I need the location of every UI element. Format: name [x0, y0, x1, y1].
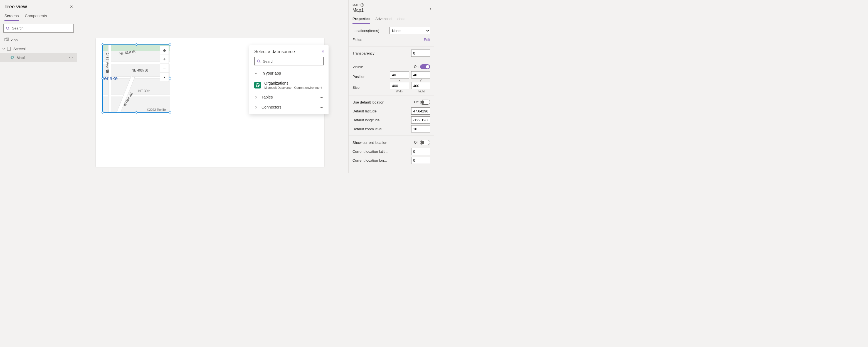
svg-rect-4 [7, 47, 10, 51]
close-icon[interactable]: ✕ [321, 49, 325, 54]
visible-toggle[interactable] [420, 64, 430, 69]
map-control[interactable]: NE 51st St 148th Ave NE NE 40th St verla… [102, 44, 170, 113]
current-location-toggle[interactable] [420, 140, 430, 145]
tree-item-map1[interactable]: Map1 ⋯ [0, 53, 77, 62]
zoom-out-button[interactable]: − [160, 64, 168, 73]
help-icon[interactable]: ? [361, 3, 364, 7]
section-in-your-app[interactable]: In your app [249, 68, 329, 78]
default-longitude-input[interactable] [411, 116, 430, 124]
prop-label-default-zoom: Default zoom level [352, 127, 382, 131]
tree-search-box[interactable] [3, 24, 74, 33]
tab-components[interactable]: Components [25, 13, 47, 21]
section-label: Connectors [261, 105, 282, 109]
default-location-toggle[interactable] [420, 100, 430, 105]
compass-icon[interactable]: ◆ [160, 46, 168, 55]
datasource-name: Organizations [264, 81, 322, 86]
prop-label-current-lon: Current location lon... [352, 158, 387, 162]
resize-handle[interactable] [169, 77, 171, 80]
section-label: Tables [261, 95, 273, 99]
data-source-popover: Select a data source ✕ In your app Organ… [249, 45, 329, 114]
default-latitude-input[interactable] [411, 107, 430, 115]
zoom-in-button[interactable]: + [160, 55, 168, 64]
tab-advanced[interactable]: Advanced [375, 17, 392, 24]
svg-point-0 [6, 27, 9, 29]
toggle-state-label: Off [414, 140, 418, 145]
prop-label-default-longitude: Default longitude [352, 118, 380, 122]
tree-view-title: Tree view [4, 4, 72, 10]
tab-screens[interactable]: Screens [4, 13, 19, 21]
axis-label: Width [396, 90, 403, 93]
map-street-label: 148th Ave NE [105, 53, 109, 73]
popover-title: Select a data source [249, 49, 329, 57]
transparency-input[interactable] [411, 50, 430, 57]
axis-label: Y [420, 79, 422, 82]
datasource-sub: Microsoft Dataverse - Current environmen… [264, 86, 322, 89]
resize-handle[interactable] [101, 77, 104, 80]
section-connectors[interactable]: Connectors ⋯ [249, 102, 329, 112]
locations-select[interactable]: None [390, 27, 430, 34]
current-lon-input[interactable] [411, 157, 430, 164]
search-icon [6, 26, 10, 30]
chevron-right-icon[interactable]: › [430, 6, 431, 11]
size-height-input[interactable] [411, 82, 430, 89]
datasource-search-input[interactable] [263, 59, 321, 63]
tree-search-input[interactable] [12, 26, 71, 30]
pitch-button[interactable]: ▲ [160, 73, 168, 82]
resize-handle[interactable] [135, 111, 137, 114]
prop-label-transparency: Transparency [352, 51, 374, 55]
tree-item-label: App [11, 38, 18, 42]
prop-label-fields: Fields [352, 38, 362, 42]
more-icon[interactable]: ⋯ [320, 105, 323, 109]
search-icon [257, 59, 261, 63]
close-icon[interactable]: ✕ [70, 4, 73, 9]
properties-panel: MAP ? Map1 › Properties Advanced Ideas L… [348, 0, 434, 174]
prop-label-locations: Locations(Items) [352, 29, 379, 33]
tab-properties[interactable]: Properties [352, 17, 370, 24]
tree-view-panel: Tree view ✕ Screens Components App Scree… [0, 0, 78, 174]
chevron-down-icon [254, 71, 258, 75]
prop-label-position: Position [352, 74, 365, 79]
map-attribution: ©2022 TomTom [147, 108, 168, 111]
size-width-input[interactable] [390, 82, 409, 89]
datasource-organizations[interactable]: Organizations Microsoft Dataverse - Curr… [249, 78, 329, 92]
svg-point-5 [12, 57, 12, 58]
edit-fields-link[interactable]: Edit [424, 38, 430, 42]
map-surface[interactable]: NE 51st St 148th Ave NE NE 40th St verla… [103, 44, 170, 113]
tree-item-app[interactable]: App [0, 35, 77, 44]
section-tables[interactable]: Tables ⋯ [249, 92, 329, 102]
prop-label-use-default-location: Use default location [352, 100, 384, 104]
resize-handle[interactable] [101, 43, 104, 45]
svg-line-7 [259, 62, 261, 63]
position-y-input[interactable] [411, 71, 430, 78]
map-city-label: verlake [103, 76, 118, 82]
map-street-label: NE 40th St [132, 68, 148, 72]
app-icon [4, 38, 9, 42]
position-x-input[interactable] [390, 71, 409, 78]
map-zoom-controls: ◆ + − ▲ [160, 45, 169, 82]
chevron-right-icon [254, 105, 258, 109]
datasource-search-box[interactable] [254, 57, 323, 65]
map-street-label: NE 30th [138, 89, 150, 93]
chevron-right-icon [254, 95, 258, 99]
resize-handle[interactable] [169, 111, 171, 114]
screen-icon [7, 46, 11, 51]
resize-handle[interactable] [135, 43, 137, 45]
prop-label-default-latitude: Default latitude [352, 109, 377, 113]
svg-line-1 [9, 29, 10, 30]
prop-label-show-current-location: Show current location [352, 140, 387, 145]
chevron-down-icon [2, 47, 5, 50]
axis-label: X [399, 79, 401, 82]
tree-item-label: Map1 [17, 56, 26, 60]
prop-label-size: Size [352, 86, 360, 90]
prop-label-visible: Visible [352, 65, 363, 69]
map-icon [10, 55, 14, 60]
default-zoom-input[interactable] [411, 125, 430, 132]
resize-handle[interactable] [101, 111, 104, 114]
current-lat-input[interactable] [411, 148, 430, 155]
tab-ideas[interactable]: Ideas [397, 17, 405, 24]
resize-handle[interactable] [169, 43, 171, 45]
more-icon[interactable]: ⋯ [69, 55, 73, 60]
tree-item-screen1[interactable]: Screen1 [0, 44, 77, 53]
svg-point-6 [257, 60, 260, 62]
more-icon[interactable]: ⋯ [320, 95, 323, 99]
